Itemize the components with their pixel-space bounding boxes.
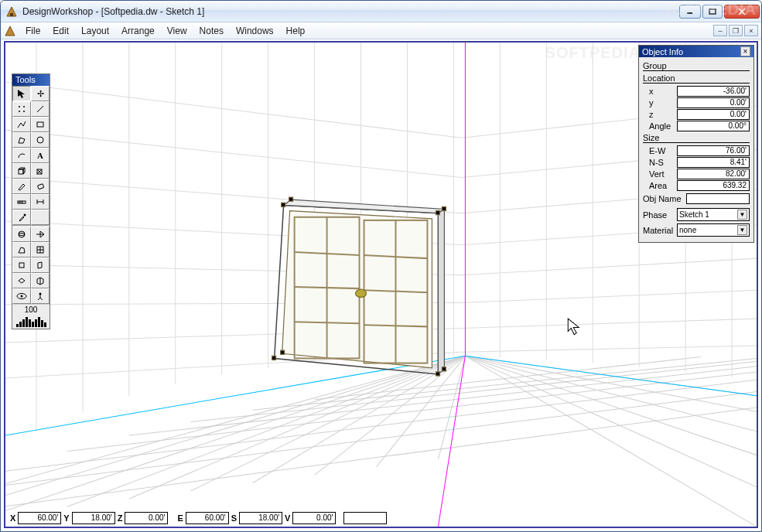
svg-marker-6 <box>5 26 15 36</box>
object-info-title[interactable]: Object Info × <box>639 46 753 57</box>
mdi-controls: – ❐ × <box>713 25 761 36</box>
status-bar: X60.00' Y18.00' Z0.00' E60.00' S18.00' V… <box>9 512 387 524</box>
zoom-value[interactable]: 100 <box>12 304 50 315</box>
eraser-tool[interactable] <box>31 179 50 194</box>
area-label: Area <box>643 181 677 190</box>
coord-s-value[interactable]: 18.00' <box>239 512 282 524</box>
chevron-down-icon: ▼ <box>737 210 747 220</box>
eyedropper-tool[interactable] <box>12 210 31 225</box>
blank-tool[interactable] <box>31 210 50 225</box>
coord-v-value[interactable]: 0.00' <box>292 512 336 524</box>
camera-tool[interactable] <box>31 227 50 242</box>
phase-select[interactable]: Sketch 1▼ <box>677 208 750 221</box>
coord-y-value[interactable]: 18.00' <box>72 512 115 524</box>
orbit-tool[interactable] <box>12 227 31 242</box>
text-tool[interactable]: A <box>31 148 50 163</box>
coord-e-value[interactable]: 60.00' <box>186 512 229 524</box>
menu-file[interactable]: File <box>19 24 46 38</box>
arrow-tool[interactable] <box>12 86 31 101</box>
pencil-tool[interactable] <box>12 179 31 194</box>
svg-point-92 <box>19 106 20 107</box>
y-label: y <box>643 98 677 107</box>
circle-tool[interactable] <box>31 132 50 148</box>
object-type: Group <box>643 61 750 71</box>
svg-marker-68 <box>282 211 432 368</box>
menu-help[interactable]: Help <box>280 24 312 38</box>
svg-line-13 <box>253 356 466 483</box>
coord-extra-value[interactable] <box>343 512 387 524</box>
tools-title: Tools <box>12 74 50 86</box>
svg-rect-97 <box>37 122 43 127</box>
view-side-tool[interactable] <box>31 257 50 273</box>
polyline-tool[interactable] <box>12 117 31 132</box>
menu-view[interactable]: View <box>161 24 193 38</box>
svg-point-115 <box>24 214 26 217</box>
panel-close-button[interactable]: × <box>740 46 750 56</box>
svg-marker-98 <box>19 138 25 143</box>
svg-line-12 <box>191 356 466 490</box>
svg-line-9 <box>5 356 465 510</box>
document-icon <box>4 25 16 37</box>
ew-value[interactable]: 76.00' <box>677 145 750 156</box>
coord-z-value[interactable]: 0.00' <box>125 512 168 524</box>
svg-rect-87 <box>442 367 446 371</box>
menu-arrange[interactable]: Arrange <box>115 24 161 38</box>
menu-notes[interactable]: Notes <box>193 24 230 38</box>
svg-line-96 <box>37 106 43 112</box>
svg-line-26 <box>67 372 757 452</box>
svg-line-10 <box>67 356 465 506</box>
mdi-minimize-button[interactable]: – <box>713 25 727 36</box>
angle-label: Angle <box>643 121 677 131</box>
svg-line-11 <box>129 356 466 499</box>
object-info-panel[interactable]: Object Info × Group Location x-36.00' y0… <box>638 45 754 243</box>
z-value[interactable]: 0.00' <box>677 109 750 120</box>
svg-line-47 <box>5 82 461 138</box>
wireframe-tool[interactable] <box>31 163 50 179</box>
ns-value[interactable]: 8.41' <box>677 157 750 168</box>
svg-line-49 <box>5 130 461 178</box>
measure-tool[interactable] <box>12 194 31 210</box>
titlebar: DesignWorkshop - [Softpedia.dw - Sketch … <box>1 1 761 22</box>
walk-tool[interactable] <box>31 288 50 304</box>
coord-x-value[interactable]: 60.00' <box>18 512 61 524</box>
objname-value[interactable] <box>686 193 750 204</box>
z-label: z <box>643 110 677 119</box>
svg-marker-126 <box>19 278 25 283</box>
view-front-tool[interactable] <box>12 257 31 273</box>
angle-value[interactable]: 0.00° <box>677 121 750 131</box>
mdi-close-button[interactable]: × <box>744 25 758 36</box>
dimension-tool[interactable] <box>31 194 50 210</box>
dots-tool[interactable] <box>12 101 31 117</box>
menu-edit[interactable]: Edit <box>46 24 75 38</box>
svg-line-7 <box>5 356 465 527</box>
vert-value[interactable]: 82.00' <box>677 169 750 179</box>
svg-line-66 <box>438 356 465 527</box>
rectangle-tool[interactable] <box>31 117 50 132</box>
svg-line-17 <box>465 356 757 527</box>
perspective-tool[interactable] <box>12 242 31 257</box>
crosshair-tool[interactable]: ✢ <box>31 86 50 101</box>
area-value[interactable]: 639.32 <box>677 180 750 191</box>
svg-point-99 <box>37 137 43 143</box>
cube-tool[interactable] <box>12 163 31 179</box>
arc-tool[interactable] <box>12 148 31 163</box>
view-top-tool[interactable] <box>12 273 31 288</box>
svg-point-93 <box>23 106 25 107</box>
menu-layout[interactable]: Layout <box>75 24 115 38</box>
eye-tool[interactable] <box>12 288 31 304</box>
axon-tool[interactable] <box>31 242 50 257</box>
svg-line-24 <box>5 392 757 495</box>
svg-marker-125 <box>38 262 42 268</box>
coord-s-label: S <box>230 513 238 523</box>
material-select[interactable]: none▼ <box>677 223 750 237</box>
y-value[interactable]: 0.00' <box>677 97 750 108</box>
view-iso-tool[interactable] <box>31 273 50 288</box>
mdi-restore-button[interactable]: ❐ <box>729 25 743 36</box>
menu-windows[interactable]: Windows <box>230 24 280 38</box>
line-tool[interactable] <box>31 101 50 117</box>
x-value[interactable]: -36.00' <box>677 86 750 97</box>
sun-chart-icon[interactable] <box>12 315 50 329</box>
tools-palette[interactable]: Tools ✢ A <box>12 73 50 329</box>
svg-rect-86 <box>436 372 439 376</box>
polygon-tool[interactable] <box>12 132 31 148</box>
